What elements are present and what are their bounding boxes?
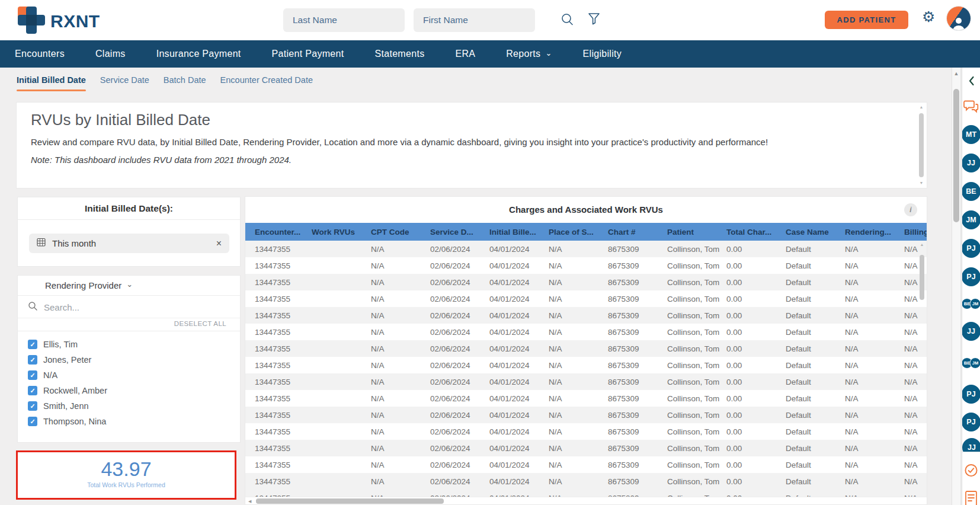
header-cell-rendering[interactable]: Rendering...: [838, 228, 897, 236]
tab-encounter-created-date[interactable]: Encounter Created Date: [220, 68, 313, 92]
table-cell: N/A: [364, 378, 423, 386]
header-cell-case-name[interactable]: Case Name: [779, 228, 838, 236]
contact-avatar-pair[interactable]: BEJM: [962, 298, 980, 309]
table-row[interactable]: 13447355N/A02/06/202404/01/2024N/A867530…: [245, 290, 927, 307]
chat-icon[interactable]: [963, 100, 979, 117]
scrollbar-thumb[interactable]: [919, 113, 924, 177]
contact-avatar-jj[interactable]: JJ: [962, 438, 980, 452]
table-row[interactable]: 13447355N/A02/06/202404/01/2024N/A867530…: [245, 407, 927, 423]
scroll-up-icon[interactable]: ▲: [952, 68, 960, 76]
checkbox-checked-icon[interactable]: ✓: [28, 340, 37, 349]
nav-item-eligibility[interactable]: Eligibility: [583, 49, 622, 59]
header-cell-service-d[interactable]: Service D...: [423, 228, 482, 236]
table-cell: 04/01/2024: [482, 461, 542, 469]
table-row[interactable]: 13447355N/A02/06/202404/01/2024N/A867530…: [245, 357, 927, 373]
table-row[interactable]: 13447355N/A02/06/202404/01/2024N/A867530…: [245, 440, 927, 456]
scroll-down-icon[interactable]: ▼: [918, 180, 924, 186]
nav-item-reports[interactable]: Reports⌄: [506, 49, 552, 59]
table-row[interactable]: 13447355N/A02/06/202404/01/2024N/A867530…: [245, 390, 927, 407]
search-icon[interactable]: [561, 12, 575, 29]
scrollbar-thumb[interactable]: [256, 498, 444, 504]
checkbox-checked-icon[interactable]: ✓: [28, 417, 37, 426]
first-name-input[interactable]: [414, 8, 535, 32]
provider-search-input[interactable]: [44, 302, 192, 312]
checkbox-checked-icon[interactable]: ✓: [28, 370, 37, 380]
table-row[interactable]: 13447355N/A02/06/202404/01/2024N/A867530…: [245, 257, 927, 274]
nav-item-claims[interactable]: Claims: [95, 49, 126, 59]
header-cell-cpt-code[interactable]: CPT Code: [364, 228, 423, 236]
contact-avatar-jm[interactable]: JM: [962, 210, 980, 229]
table-row[interactable]: 13447355N/A02/06/202404/01/2024N/A867530…: [245, 373, 927, 390]
collapse-panel-chevron-icon[interactable]: [968, 76, 975, 88]
header-cell-encounter[interactable]: Encounter...: [245, 228, 305, 236]
scroll-left-icon[interactable]: ◀: [248, 499, 251, 504]
filter-icon[interactable]: [588, 12, 600, 28]
header-cell-billing[interactable]: Billing...: [897, 228, 927, 236]
header-cell-initial-bille[interactable]: Initial Bille...: [482, 228, 542, 236]
table-row[interactable]: 13447355N/A02/06/202404/01/2024N/A867530…: [245, 473, 927, 490]
clear-date-icon[interactable]: ×: [216, 239, 222, 248]
contact-avatar-pj[interactable]: PJ: [962, 413, 980, 432]
header-cell-total-char[interactable]: Total Char...: [719, 228, 779, 236]
contact-avatar-jj[interactable]: JJ: [962, 322, 980, 341]
scroll-up-icon[interactable]: ▲: [919, 242, 925, 248]
last-name-input[interactable]: [283, 8, 405, 32]
provider-row-jones-peter[interactable]: ✓Jones, Peter: [28, 352, 240, 367]
contact-avatar-jm[interactable]: JM: [970, 357, 980, 369]
provider-row-thompson-nina[interactable]: ✓Thompson, Nina: [28, 414, 240, 429]
nav-item-encounters[interactable]: Encounters: [15, 49, 65, 59]
table-row[interactable]: 13447355N/A02/06/202404/01/2024N/A867530…: [245, 307, 927, 324]
document-icon[interactable]: [965, 491, 978, 505]
table-row[interactable]: 13447355N/A02/06/202404/01/2024N/A867530…: [245, 274, 927, 290]
table-row[interactable]: 13447355N/A02/06/202404/01/2024N/A867530…: [245, 456, 927, 473]
provider-row-ellis-tim[interactable]: ✓Ellis, Tim: [28, 337, 240, 352]
deselect-all-button[interactable]: DESELECT ALL: [18, 318, 240, 331]
info-icon[interactable]: i: [904, 203, 917, 216]
provider-search-row: [18, 296, 240, 318]
contact-avatar-jj[interactable]: JJ: [962, 154, 980, 172]
contact-avatar-pair[interactable]: BEJM: [962, 357, 980, 369]
scrollbar-thumb[interactable]: [953, 89, 959, 222]
provider-row-rockwell-amber[interactable]: ✓Rockwell, Amber: [28, 383, 240, 398]
overview-scrollbar[interactable]: ▲ ▼: [918, 104, 924, 186]
table-vertical-scrollbar[interactable]: ▲: [919, 242, 925, 495]
table-row[interactable]: 13447355N/A02/06/202404/01/2024N/A867530…: [245, 241, 927, 257]
header-cell-place-of-s[interactable]: Place of S...: [542, 228, 601, 236]
scroll-up-icon[interactable]: ▲: [918, 104, 924, 110]
checkbox-checked-icon[interactable]: ✓: [28, 401, 37, 411]
date-range-chip[interactable]: This month ×: [29, 234, 229, 253]
tab-batch-date[interactable]: Batch Date: [164, 68, 206, 92]
tab-service-date[interactable]: Service Date: [100, 68, 149, 92]
table-row[interactable]: 13447355N/A02/06/202404/01/2024N/A867530…: [245, 340, 927, 357]
contact-avatar-pj[interactable]: PJ: [962, 239, 980, 258]
check-circle-icon[interactable]: [965, 464, 978, 480]
contact-avatar-jm[interactable]: JM: [970, 298, 980, 309]
provider-row-n-a[interactable]: ✓N/A: [28, 367, 240, 383]
contact-avatar-mt[interactable]: MT: [962, 125, 980, 144]
table-row[interactable]: 13447355N/A02/06/202404/01/2024N/A867530…: [245, 423, 927, 440]
header-cell-work-rvus[interactable]: Work RVUs: [305, 228, 364, 236]
checkbox-checked-icon[interactable]: ✓: [28, 355, 37, 365]
rxnt-logo[interactable]: RXNT: [18, 7, 100, 36]
scrollbar-thumb[interactable]: [920, 255, 924, 300]
contact-avatar-pj[interactable]: PJ: [962, 385, 980, 404]
nav-item-insurance-payment[interactable]: Insurance Payment: [156, 49, 241, 59]
nav-item-era[interactable]: ERA: [455, 49, 475, 59]
table-horizontal-scrollbar[interactable]: ◀: [245, 497, 927, 504]
provider-filter-header[interactable]: Rendering Provider ⌄: [18, 276, 240, 296]
header-cell-patient[interactable]: Patient: [660, 228, 719, 236]
settings-gear-icon[interactable]: ⚙: [922, 9, 935, 24]
page-vertical-scrollbar[interactable]: ▲: [952, 68, 961, 505]
table-row[interactable]: 13447355N/A02/06/202404/01/2024N/A867530…: [245, 324, 927, 340]
nav-item-patient-payment[interactable]: Patient Payment: [272, 49, 344, 59]
contact-avatar-partial[interactable]: JJ: [962, 438, 980, 452]
checkbox-checked-icon[interactable]: ✓: [28, 386, 37, 395]
provider-row-smith-jenn[interactable]: ✓Smith, Jenn: [28, 398, 240, 414]
tab-initial-billed-date[interactable]: Initial Billed Date: [17, 68, 86, 92]
nav-item-statements[interactable]: Statements: [375, 49, 425, 59]
add-patient-button[interactable]: ADD PATIENT: [825, 11, 908, 29]
header-cell-chart[interactable]: Chart #: [601, 228, 660, 236]
contact-avatar-pj[interactable]: PJ: [962, 267, 980, 286]
contact-avatar-be[interactable]: BE: [962, 182, 980, 201]
user-avatar[interactable]: [946, 6, 971, 31]
